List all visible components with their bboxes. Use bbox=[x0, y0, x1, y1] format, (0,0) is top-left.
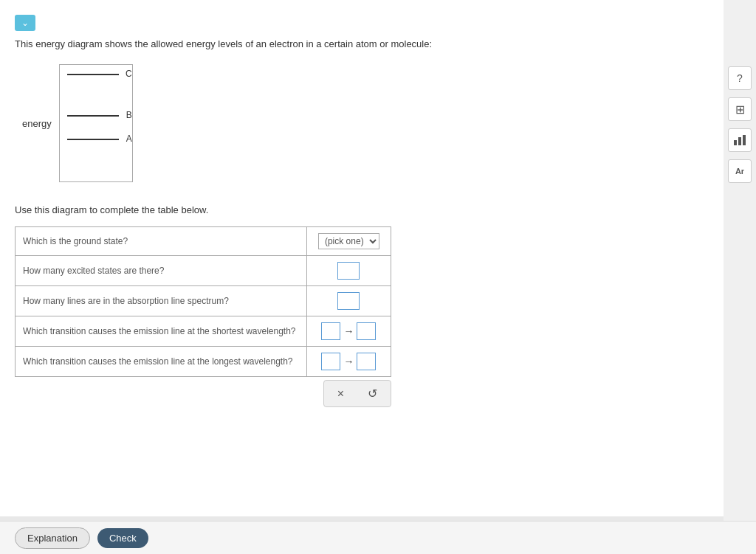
answer-cell-1[interactable]: (pick one) A B C bbox=[306, 227, 391, 256]
excited-states-input[interactable] bbox=[337, 262, 360, 280]
periodic-table-icon[interactable]: Ar bbox=[728, 159, 752, 183]
collapse-button[interactable]: ⌄ bbox=[15, 15, 35, 31]
svg-rect-0 bbox=[734, 140, 737, 145]
question-cell-3: How many lines are in the absorption lin… bbox=[16, 286, 307, 316]
action-buttons-row: × ↺ bbox=[15, 380, 391, 407]
table-row: How many lines are in the absorption lin… bbox=[16, 286, 391, 316]
clear-button[interactable]: × bbox=[333, 386, 348, 402]
longest-transition-cell: → bbox=[315, 353, 383, 370]
absorption-lines-input[interactable] bbox=[337, 292, 360, 310]
longest-from-input[interactable] bbox=[321, 353, 340, 370]
level-b-line: B bbox=[67, 115, 119, 117]
shortest-from-input[interactable] bbox=[321, 322, 340, 340]
table-row: Which is the ground state? (pick one) A … bbox=[16, 227, 391, 256]
svg-rect-1 bbox=[738, 137, 741, 145]
diagram-box: C B A bbox=[59, 64, 133, 182]
level-a-line: A bbox=[67, 139, 119, 140]
question-cell-5: Which transition causes the emission lin… bbox=[16, 347, 307, 377]
energy-label: energy bbox=[22, 118, 52, 129]
table-row: Which transition causes the emission lin… bbox=[16, 316, 391, 347]
table-icon[interactable]: ⊞ bbox=[728, 97, 752, 121]
level-c-line: C bbox=[67, 74, 119, 75]
answer-cell-5[interactable]: → bbox=[306, 347, 391, 377]
question-table: Which is the ground state? (pick one) A … bbox=[15, 226, 391, 377]
check-button[interactable]: Check bbox=[97, 528, 148, 548]
longest-to-input[interactable] bbox=[357, 353, 376, 370]
answer-cell-2[interactable] bbox=[306, 256, 391, 286]
help-icon[interactable]: ? bbox=[728, 66, 752, 90]
level-b-label: B bbox=[126, 110, 132, 120]
right-sidebar: ? ⊞ Ar bbox=[724, 0, 756, 554]
question-cell-1: Which is the ground state? bbox=[16, 227, 307, 256]
shortest-transition-cell: → bbox=[315, 322, 383, 340]
use-diagram-text: Use this diagram to complete the table b… bbox=[15, 204, 709, 215]
energy-diagram: energy C B A bbox=[22, 64, 709, 182]
svg-rect-2 bbox=[743, 135, 746, 145]
transition-arrow-1: → bbox=[343, 325, 354, 337]
question-cell-2: How many excited states are there? bbox=[16, 256, 307, 286]
intro-text: This energy diagram shows the allowed en… bbox=[15, 38, 709, 49]
table-row: Which transition causes the emission lin… bbox=[16, 347, 391, 377]
reset-button[interactable]: ↺ bbox=[363, 385, 382, 402]
chart-icon[interactable] bbox=[728, 128, 752, 152]
transition-arrow-2: → bbox=[343, 356, 354, 367]
answer-cell-4[interactable]: → bbox=[306, 316, 391, 347]
action-bar: × ↺ bbox=[323, 380, 391, 407]
main-content: ⌄ This energy diagram shows the allowed … bbox=[0, 0, 724, 516]
question-cell-4: Which transition causes the emission lin… bbox=[16, 316, 307, 347]
explanation-button[interactable]: Explanation bbox=[15, 527, 90, 549]
level-a-label: A bbox=[126, 134, 132, 144]
answer-cell-3[interactable] bbox=[306, 286, 391, 316]
ground-state-select[interactable]: (pick one) A B C bbox=[318, 233, 379, 249]
level-c-label: C bbox=[126, 69, 132, 79]
table-row: How many excited states are there? bbox=[16, 256, 391, 286]
bottom-bar: Explanation Check bbox=[0, 521, 756, 554]
shortest-to-input[interactable] bbox=[357, 322, 376, 340]
